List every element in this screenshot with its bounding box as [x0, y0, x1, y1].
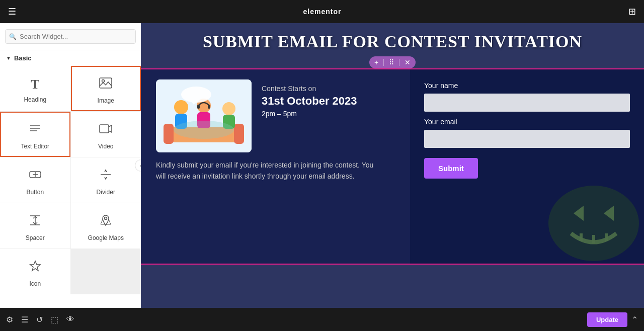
email-label: Your email: [424, 118, 630, 126]
image-label: Image: [98, 97, 114, 104]
settings-icon[interactable]: ⚙: [6, 315, 13, 324]
basic-section-header[interactable]: ▼ Basic: [0, 50, 141, 66]
search-icon: 🔍: [9, 33, 17, 40]
contest-image: [156, 79, 252, 152]
widget-text-editor[interactable]: Text Editor: [0, 112, 70, 157]
email-input[interactable]: [424, 130, 630, 148]
sidebar: 🔍 ▼ Basic T Heading: [0, 23, 141, 308]
submit-button[interactable]: Submit: [424, 158, 478, 179]
toolbar-add-icon[interactable]: +: [374, 58, 378, 66]
svg-point-13: [105, 217, 107, 220]
contest-date: 31st October 2023: [262, 95, 357, 108]
spacer-icon: [28, 213, 42, 230]
svg-rect-17: [164, 124, 174, 144]
button-icon: [28, 168, 42, 185]
update-button[interactable]: Update: [587, 312, 627, 327]
toolbar-close-icon[interactable]: ✕: [405, 58, 411, 66]
floating-toolbar: + ⠿ ✕: [141, 56, 644, 68]
button-label: Button: [26, 189, 44, 196]
svg-point-30: [548, 186, 639, 261]
google-maps-label: Google Maps: [88, 234, 124, 241]
main-layout: 🔍 ▼ Basic T Heading: [0, 23, 644, 308]
history-icon[interactable]: ↺: [36, 315, 43, 324]
right-panel: Your name Your email Submit: [410, 69, 644, 264]
toolbar-move-icon[interactable]: ⠿: [389, 58, 394, 66]
email-form-group: Your email: [424, 118, 630, 148]
content-section: Contest Starts on 31st October 2023 2pm …: [141, 68, 644, 265]
widget-grid: T Heading Image: [0, 66, 141, 294]
icon-widget-icon: [28, 259, 42, 276]
chevron-down-icon: ▼: [6, 55, 11, 61]
svg-rect-18: [234, 124, 244, 144]
text-editor-icon: [28, 122, 42, 139]
toolbar-separator: [383, 59, 384, 66]
search-bar: 🔍: [0, 23, 141, 50]
widget-image[interactable]: Image: [71, 66, 141, 111]
widget-heading[interactable]: T Heading: [0, 66, 70, 111]
preview-icon[interactable]: 👁: [66, 315, 74, 324]
name-input[interactable]: [424, 94, 630, 112]
divider-icon: [99, 168, 113, 185]
icon-label: Icon: [29, 280, 41, 287]
layers-icon[interactable]: ☰: [21, 315, 28, 324]
contest-info: Contest Starts on 31st October 2023 2pm …: [156, 79, 400, 152]
svg-rect-0: [100, 78, 112, 88]
divider-label: Divider: [97, 189, 115, 196]
contest-time: 2pm – 5pm: [262, 110, 357, 118]
google-maps-icon: [99, 213, 113, 230]
svg-point-19: [174, 100, 188, 114]
video-icon: [99, 122, 113, 139]
canvas-area: Submit Email for Contest Invitation + ⠿ …: [141, 23, 644, 308]
svg-point-25: [181, 87, 211, 103]
contest-starts-label: Contest Starts on: [262, 85, 357, 93]
widget-video[interactable]: Video: [71, 112, 141, 157]
svg-rect-28: [208, 105, 210, 109]
name-label: Your name: [424, 81, 630, 90]
contest-details: Contest Starts on 31st October 2023 2pm …: [262, 79, 357, 118]
heading-icon: T: [31, 77, 39, 92]
page-title: Submit Email for Contest Invitation: [141, 32, 644, 51]
svg-rect-27: [197, 105, 200, 109]
left-panel: Contest Starts on 31st October 2023 2pm …: [141, 69, 410, 264]
widget-icon[interactable]: Icon: [0, 249, 70, 294]
name-form-group: Your name: [424, 81, 630, 112]
svg-point-1: [102, 80, 105, 82]
svg-marker-14: [30, 261, 40, 271]
elementor-logo: elementor: [303, 8, 342, 16]
search-input[interactable]: [5, 29, 136, 44]
chevron-up-button[interactable]: ⌃: [631, 315, 638, 324]
page-header: Submit Email for Contest Invitation: [141, 23, 644, 56]
widget-divider[interactable]: Divider: [71, 157, 141, 203]
image-icon: [99, 76, 113, 93]
halloween-decoration: [543, 163, 644, 264]
svg-rect-5: [100, 125, 109, 133]
section-label: Basic: [14, 54, 32, 62]
bottom-right: Update ⌃: [587, 312, 638, 327]
spacer-label: Spacer: [26, 234, 45, 241]
widget-google-maps[interactable]: Google Maps: [71, 203, 141, 249]
bottom-bar: ⚙ ☰ ↺ ⬚ 👁 Update ⌃: [0, 308, 644, 331]
toolbar-inner: + ⠿ ✕: [369, 56, 416, 68]
video-label: Video: [98, 143, 113, 150]
svg-point-29: [174, 121, 234, 139]
top-bar: ☰ elementor ⊞: [0, 0, 644, 23]
grid-icon[interactable]: ⊞: [628, 6, 636, 17]
heading-label: Heading: [24, 96, 46, 103]
toolbar-separator-2: [399, 59, 399, 66]
widget-button[interactable]: Button: [0, 157, 70, 203]
contest-description: Kindly submit your email if you're inter…: [156, 159, 377, 182]
text-editor-label: Text Editor: [21, 143, 49, 150]
widget-spacer[interactable]: Spacer: [0, 203, 70, 249]
bottom-bar-icons: ⚙ ☰ ↺ ⬚ 👁: [6, 315, 74, 324]
hamburger-icon[interactable]: ☰: [8, 6, 16, 17]
responsive-icon[interactable]: ⬚: [51, 315, 58, 324]
svg-point-23: [222, 102, 235, 115]
